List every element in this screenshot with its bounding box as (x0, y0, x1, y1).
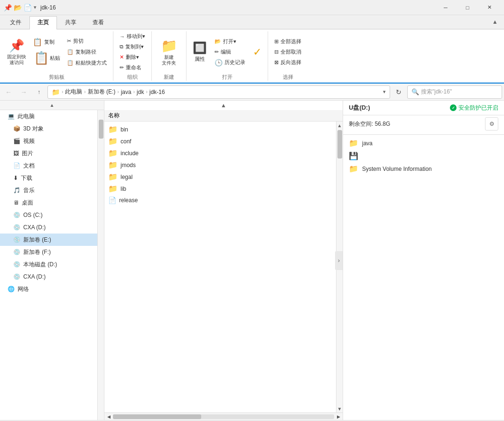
rename-button[interactable]: ✏ 重命名 (117, 63, 148, 73)
sidebar-item-computer[interactable]: 💻 此电脑 (0, 110, 97, 122)
sidebar-item-cxa2[interactable]: 💿 CXA (D:) (0, 271, 97, 283)
address-home-icon: 📁 (52, 88, 60, 96)
right-file-system-icon-row: 💾 (343, 150, 504, 162)
hscroll-left-button[interactable]: ◀ (105, 413, 112, 420)
close-button[interactable]: ✕ (478, 0, 500, 15)
cut-button[interactable]: ✂ 剪切 (65, 36, 109, 46)
tab-share[interactable]: 共享 (57, 16, 84, 29)
properties-button[interactable]: 🔲 属性 (190, 39, 209, 65)
maximize-button[interactable]: □ (457, 0, 478, 15)
hscroll-track[interactable] (113, 414, 334, 419)
sidebar-item-music[interactable]: 🎵 音乐 (0, 184, 97, 196)
hscroll-thumb[interactable] (113, 414, 201, 419)
right-file-java[interactable]: 📁 java (343, 137, 504, 150)
sidebar: ▲ 💻 此电脑 📦 3D 对象 🎬 视频 🖼 图片 (0, 101, 104, 420)
right-file-system-volume[interactable]: 📁 System Volume Information (343, 162, 504, 175)
file-item-release[interactable]: 📄 release (104, 195, 336, 206)
copy-path-button[interactable]: 📋 复制路径 (65, 47, 109, 57)
sidebar-item-network[interactable]: 🌐 网络 (0, 283, 97, 295)
move-to-button[interactable]: → 移动到▾ (117, 31, 148, 41)
sidebar-item-video[interactable]: 🎬 视频 (0, 135, 97, 147)
file-item-conf[interactable]: 📁 conf (104, 135, 336, 147)
delete-button[interactable]: ✕ 删除▾ (117, 52, 148, 62)
file-item-jmods[interactable]: 📁 jmods (104, 159, 336, 171)
copy-button[interactable]: 📋 复制 (30, 36, 64, 48)
new-folder-button[interactable]: 📁 新建文件夹 (156, 36, 182, 68)
file-item-legal[interactable]: 📁 legal (104, 171, 336, 183)
sidebar-item-pictures[interactable]: 🖼 图片 (0, 147, 97, 159)
window-title: jdk-16 (37, 4, 435, 11)
copy-to-button[interactable]: ⧉ 复制到▾ (117, 42, 148, 52)
open-buttons: 📂 打开▾ ✏ 编辑 🕒 历史记录 (212, 37, 248, 68)
file-item-lib[interactable]: 📁 lib (104, 183, 336, 195)
ribbon-expand-button[interactable]: ▲ (488, 15, 502, 29)
file-list-scroll-up[interactable]: ▲ (104, 101, 343, 110)
history-button[interactable]: 🕒 历史记录 (212, 57, 248, 68)
checkmark-button[interactable]: ✓ (251, 44, 264, 61)
copy-to-icon: ⧉ (120, 44, 123, 50)
address-dropdown-icon[interactable]: ▾ (383, 89, 386, 95)
up-button[interactable]: ↑ (32, 85, 46, 99)
paste-shortcut-button[interactable]: 📋 粘贴快捷方式 (65, 58, 109, 68)
folder-lib-icon: 📁 (108, 184, 118, 193)
select-all-button[interactable]: ⊞ 全部选择 (272, 37, 304, 47)
address-segment-jdk16[interactable]: jdk-16 (149, 89, 165, 95)
paste-shortcut-icon: 📋 (67, 60, 74, 66)
pin-to-quick-access-button[interactable]: 📌 固定到快速访问 (4, 36, 29, 68)
music-icon: 🎵 (13, 187, 20, 194)
drive-image-icon: 💾 (349, 151, 358, 160)
invert-selection-button[interactable]: ⊠ 反向选择 (272, 57, 304, 67)
forward-button[interactable]: → (17, 85, 30, 99)
cut-icon: ✂ (67, 38, 71, 44)
settings-button[interactable]: ⚙ (485, 117, 498, 131)
drive-local-d-icon: 💿 (13, 261, 20, 268)
address-segment-java[interactable]: java (121, 89, 131, 95)
sidebar-item-3d[interactable]: 📦 3D 对象 (0, 122, 97, 135)
main-area: ▲ 💻 此电脑 📦 3D 对象 🎬 视频 🖼 图片 (0, 101, 504, 420)
address-segment-drive[interactable]: 新加卷 (E:) (88, 88, 116, 96)
desktop-icon: 🖥 (13, 199, 19, 206)
sidebar-item-f[interactable]: 💿 新加卷 (F:) (0, 246, 97, 258)
deselect-all-icon: ⊟ (274, 49, 279, 55)
select-all-icon: ⊞ (274, 38, 279, 45)
sidebar-item-downloads[interactable]: ⬇ 下载 (0, 172, 97, 184)
sidebar-item-local-d[interactable]: 💿 本地磁盘 (D:) (0, 258, 97, 271)
edit-button[interactable]: ✏ 编辑 (212, 47, 248, 57)
address-segment-jdk[interactable]: jdk (137, 89, 144, 95)
search-placeholder: 搜索"jdk-16" (421, 88, 452, 96)
address-bar[interactable]: 📁 › 此电脑 › 新加卷 (E:) › java › jdk › jdk-16… (47, 85, 390, 99)
sidebar-item-cxa[interactable]: 💿 CXA (D:) (0, 221, 97, 234)
scrollbar-thumb[interactable] (337, 130, 342, 159)
sidebar-scrollbar-thumb[interactable] (99, 120, 103, 139)
clipboard-group-label: 剪贴板 (49, 73, 65, 81)
sidebar-scroll-up[interactable]: ▲ (0, 101, 104, 110)
back-button[interactable]: ← (2, 85, 15, 99)
address-segment-computer[interactable]: 此电脑 (65, 88, 82, 96)
file-item-bin[interactable]: 📁 bin (104, 123, 336, 135)
sidebar-item-documents[interactable]: 📄 文档 (0, 159, 97, 172)
quick-access-icon: 📌 (4, 4, 12, 11)
minimize-button[interactable]: ─ (435, 0, 457, 15)
pin-icon: 📌 (9, 38, 24, 53)
scrollbar-down-button[interactable]: ▼ (336, 405, 343, 412)
security-label: 安全防护已开启 (458, 104, 498, 112)
hscroll-right-button[interactable]: ▶ (335, 413, 342, 420)
sidebar-item-c[interactable]: 💿 OS (C:) (0, 209, 97, 221)
tab-file[interactable]: 文件 (2, 16, 29, 29)
deselect-all-button[interactable]: ⊟ 全部取消 (272, 47, 304, 57)
paste-button[interactable]: 📋 粘贴 (30, 48, 64, 68)
sidebar-item-e[interactable]: 💿 新加卷 (E:) (0, 234, 97, 246)
sidebar-item-desktop[interactable]: 🖥 桌面 (0, 196, 97, 209)
file-item-include[interactable]: 📁 include (104, 147, 336, 159)
copy-icon: 📋 (33, 37, 42, 47)
scrollbar-up-button[interactable]: ▲ (336, 122, 343, 129)
panel-collapse-button[interactable]: › (335, 251, 343, 270)
file-list-area: ▲ 名称 📁 bin 📁 conf 📁 include 📁 (104, 101, 343, 420)
tab-home[interactable]: 主页 (29, 16, 57, 29)
select-buttons: ⊞ 全部选择 ⊟ 全部取消 ⊠ 反向选择 (272, 37, 304, 67)
tab-view[interactable]: 查看 (84, 16, 112, 29)
open-button[interactable]: 📂 打开▾ (212, 37, 248, 47)
search-box[interactable]: 🔍 搜索"jdk-16" (407, 85, 502, 99)
refresh-button[interactable]: ↻ (392, 85, 405, 99)
ribbon-content: 📌 固定到快速访问 📋 复制 📋 粘贴 ✂ 剪切 📋 (0, 29, 504, 84)
